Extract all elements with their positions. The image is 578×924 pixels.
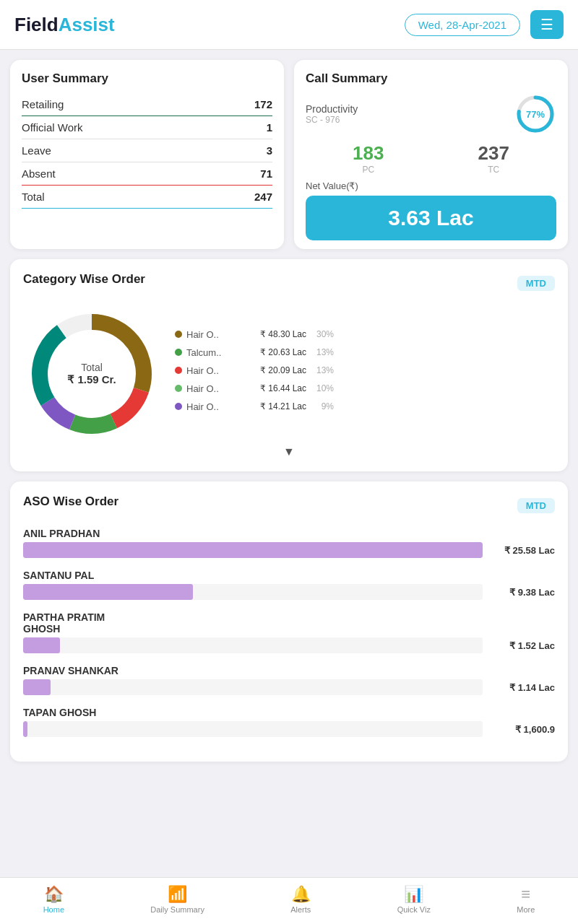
nav-icon: 📶 — [168, 885, 187, 904]
aso-bar-row: ₹ 1,600.9 — [23, 721, 555, 737]
filter-button[interactable]: ☰ — [530, 10, 564, 39]
pc-label: PC — [353, 165, 384, 175]
nav-item-alerts[interactable]: 🔔 Alerts — [290, 885, 311, 914]
aso-bar-row: ₹ 25.58 Lac — [23, 542, 555, 558]
aso-value: ₹ 1.52 Lac — [490, 640, 555, 651]
aso-item: PARTHA PRATIMGHOSH ₹ 1.52 Lac — [23, 611, 555, 653]
official-value: 1 — [267, 121, 272, 134]
legend-pct: 10% — [311, 383, 334, 393]
aso-item: TAPAN GHOSH ₹ 1,600.9 — [23, 707, 555, 737]
app-header: FieldAssist Wed, 28-Apr-2021 ☰ — [0, 0, 578, 50]
nav-item-daily-summary[interactable]: 📶 Daily Summary — [150, 885, 204, 914]
aso-value: ₹ 1.14 Lac — [490, 682, 555, 693]
absent-label: Absent — [22, 167, 56, 180]
legend-dot — [175, 385, 182, 392]
nav-icon: 🔔 — [291, 885, 311, 904]
aso-list: ANIL PRADHAN ₹ 25.58 Lac SANTANU PAL ₹ 9… — [23, 528, 555, 737]
nav-icon: ≡ — [521, 885, 530, 904]
app-logo: FieldAssist — [14, 14, 115, 36]
aso-item: ANIL PRADHAN ₹ 25.58 Lac — [23, 528, 555, 558]
aso-name: SANTANU PAL — [23, 570, 555, 581]
aso-item: SANTANU PAL ₹ 9.38 Lac — [23, 570, 555, 600]
legend-amount: ₹ 14.21 Lac — [249, 401, 306, 411]
net-value-label: Net Value(₹) — [306, 180, 556, 191]
productivity-donut: 77% — [514, 93, 556, 135]
legend-pct: 13% — [311, 347, 334, 357]
cwo-legend: Hair O.. ₹ 48.30 Lac 30% Talcum.. ₹ 20.6… — [175, 329, 555, 419]
category-wise-order-card: Category Wise Order MTD — [10, 259, 568, 471]
legend-name: Hair O.. — [186, 383, 244, 394]
pc-value: 183 — [353, 142, 384, 165]
productivity-pct: 77% — [526, 109, 545, 120]
legend-item: Hair O.. ₹ 20.09 Lac 13% — [175, 365, 555, 376]
productivity-sub: SC - 976 — [306, 115, 358, 125]
summary-retailing: Retailing 172 — [22, 93, 272, 116]
aso-bar-track — [23, 637, 483, 653]
tc-section: 237 TC — [478, 142, 509, 175]
productivity-text: Productivity SC - 976 — [306, 103, 358, 125]
aso-header: ASO Wise Order MTD — [23, 494, 555, 516]
aso-item: PRANAV SHANKAR ₹ 1.14 Lac — [23, 665, 555, 695]
legend-amount: ₹ 20.63 Lac — [249, 347, 306, 357]
aso-wise-order-card: ASO Wise Order MTD ANIL PRADHAN ₹ 25.58 … — [10, 481, 568, 762]
legend-name: Hair O.. — [186, 329, 244, 340]
aso-name: ANIL PRADHAN — [23, 528, 555, 539]
cwo-mtd-badge: MTD — [517, 276, 555, 291]
summary-leave: Leave 3 — [22, 139, 272, 162]
aso-bar-track — [23, 721, 483, 737]
retailing-value: 172 — [254, 98, 272, 110]
total-value: 247 — [254, 191, 272, 203]
cwo-title: Category Wise Order — [23, 272, 145, 287]
cwo-header: Category Wise Order MTD — [23, 272, 555, 294]
main-content: User Summary Retailing 172 Official Work… — [0, 50, 578, 829]
nav-item-home[interactable]: 🏠 Home — [43, 885, 64, 914]
more-arrow-icon[interactable]: ▼ — [23, 445, 555, 458]
aso-name: TAPAN GHOSH — [23, 707, 555, 718]
nav-item-quick-viz[interactable]: 📊 Quick Viz — [397, 885, 431, 914]
legend-dot — [175, 349, 182, 356]
leave-value: 3 — [267, 144, 272, 157]
nav-item-more[interactable]: ≡ More — [517, 885, 535, 914]
top-row: User Summary Retailing 172 Official Work… — [10, 60, 568, 249]
filter-icon: ☰ — [540, 16, 553, 33]
cwo-total-value: ₹ 1.59 Cr. — [67, 373, 116, 386]
user-summary-card: User Summary Retailing 172 Official Work… — [10, 60, 284, 249]
pc-section: 183 PC — [353, 142, 384, 175]
aso-bar-track — [23, 542, 483, 558]
bottom-navigation: 🏠 Home 📶 Daily Summary 🔔 Alerts 📊 Quick … — [0, 877, 578, 924]
retailing-label: Retailing — [22, 98, 64, 110]
nav-label: Quick Viz — [397, 905, 431, 914]
cwo-donut: Total ₹ 1.59 Cr. — [23, 305, 160, 443]
aso-name: PARTHA PRATIMGHOSH — [23, 611, 555, 635]
header-right: Wed, 28-Apr-2021 ☰ — [405, 10, 564, 39]
legend-name: Hair O.. — [186, 365, 244, 376]
total-label: Total — [22, 191, 45, 203]
aso-bar-fill — [23, 679, 51, 695]
date-badge: Wed, 28-Apr-2021 — [405, 14, 520, 36]
legend-amount: ₹ 16.44 Lac — [249, 383, 306, 393]
aso-name: PRANAV SHANKAR — [23, 665, 555, 676]
logo-field: Field — [14, 14, 59, 35]
legend-pct: 13% — [311, 365, 334, 375]
aso-bar-fill — [23, 584, 193, 600]
summary-absent: Absent 71 — [22, 162, 272, 186]
legend-dot — [175, 403, 182, 410]
aso-value: ₹ 25.58 Lac — [490, 545, 555, 556]
call-summary-card: Call Summary Productivity SC - 976 77% 1… — [294, 60, 568, 249]
legend-amount: ₹ 48.30 Lac — [249, 329, 306, 339]
aso-value: ₹ 1,600.9 — [490, 724, 555, 735]
official-label: Official Work — [22, 121, 82, 134]
aso-bar-row: ₹ 1.52 Lac — [23, 637, 555, 653]
legend-amount: ₹ 20.09 Lac — [249, 365, 306, 375]
nav-label: More — [517, 905, 535, 914]
legend-dot — [175, 367, 182, 374]
aso-bar-track — [23, 584, 483, 600]
legend-item: Hair O.. ₹ 14.21 Lac 9% — [175, 401, 555, 412]
tc-value: 237 — [478, 142, 509, 165]
summary-official: Official Work 1 — [22, 116, 272, 139]
aso-bar-fill — [23, 637, 60, 653]
legend-name: Hair O.. — [186, 401, 244, 412]
cwo-donut-label: Total ₹ 1.59 Cr. — [67, 362, 116, 386]
aso-bar-row: ₹ 1.14 Lac — [23, 679, 555, 695]
leave-label: Leave — [22, 144, 51, 157]
